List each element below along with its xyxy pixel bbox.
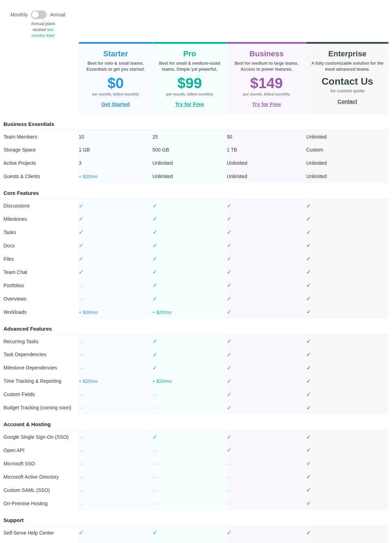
plan-header-business: Business Best for medium to large teams.… bbox=[227, 42, 306, 114]
cell-starter-1-1: ✓ bbox=[79, 212, 153, 226]
check-icon-enterprise: ✓ bbox=[306, 269, 311, 275]
check-icon-business: ✓ bbox=[227, 256, 231, 262]
check-icon-enterprise: ✓ bbox=[306, 500, 311, 506]
cell-business-4-1: ✓ bbox=[227, 539, 306, 543]
check-icon-business: ✓ bbox=[227, 269, 231, 275]
feature-label-0-1: Storage Space bbox=[4, 143, 79, 156]
feature-label-0-3: Guests & Clients bbox=[4, 170, 79, 183]
check-icon-enterprise: ✓ bbox=[306, 309, 311, 315]
feature-label-2-4: Custom Fields bbox=[4, 388, 79, 401]
cell-starter-2-5: — bbox=[79, 401, 153, 414]
cell-value-enterprise: Custom bbox=[306, 147, 323, 153]
cell-enterprise-0-3: Unlimited bbox=[306, 170, 388, 183]
check-icon-business: ✓ bbox=[227, 309, 231, 315]
plan-cta-enterprise[interactable]: Contact bbox=[338, 98, 357, 104]
cell-business-0-3: Unlimited bbox=[227, 170, 306, 183]
check-icon-enterprise: ✓ bbox=[306, 474, 311, 480]
pricing-table: Starter Best for solo & small teams. Ess… bbox=[4, 42, 388, 543]
check-icon-enterprise: ✓ bbox=[306, 352, 311, 358]
check-icon-starter: ✓ bbox=[79, 269, 83, 275]
section-header-0: Business Essentials bbox=[4, 114, 388, 130]
plan-cta-pro[interactable]: Try for Free bbox=[175, 101, 204, 107]
section-title-1: Core Features bbox=[4, 183, 79, 199]
cell-enterprise-1-1: ✓ bbox=[306, 212, 388, 226]
cell-pro-2-3: + $20/mo bbox=[153, 374, 227, 388]
feature-row-1-1: Milestones ✓ ✓ ✓ ✓ bbox=[4, 212, 388, 226]
section-title-2: Advanced Features bbox=[4, 319, 79, 335]
section-header-pro-3 bbox=[153, 414, 227, 430]
cell-business-1-7: ✓ bbox=[227, 292, 306, 305]
plan-price-sub-pro: per month, billed monthly bbox=[157, 92, 223, 96]
section-header-starter-4 bbox=[79, 510, 153, 526]
cell-enterprise-1-4: ✓ bbox=[306, 252, 388, 266]
feature-label-3-5: On-Premise Hosting bbox=[4, 497, 79, 510]
check-icon-starter: ✓ bbox=[79, 242, 83, 248]
cell-enterprise-3-5: ✓ bbox=[306, 497, 388, 510]
section-header-business-4 bbox=[227, 510, 306, 526]
empty-cell-pro: — bbox=[153, 501, 158, 506]
empty-cell-starter: — bbox=[79, 405, 84, 410]
cell-starter-1-8: + $20/mo bbox=[79, 305, 153, 319]
check-icon-business: ✓ bbox=[227, 229, 231, 235]
check-icon-enterprise: ✓ bbox=[306, 256, 311, 262]
cell-business-1-3: ✓ bbox=[227, 239, 306, 252]
cell-pro-0-3: Unlimited bbox=[153, 170, 227, 183]
check-icon-enterprise: ✓ bbox=[306, 203, 311, 209]
cell-starter-1-4: ✓ bbox=[79, 252, 153, 266]
cell-business-2-1: ✓ bbox=[227, 348, 306, 361]
plan-header-enterprise: Enterprise A fully customizable solution… bbox=[306, 42, 388, 114]
cell-enterprise-3-2: ✓ bbox=[306, 457, 388, 470]
billing-toggle[interactable] bbox=[31, 10, 47, 19]
cell-pro-3-2: — bbox=[153, 457, 227, 470]
cell-pro-1-4: ✓ bbox=[153, 252, 227, 266]
cell-enterprise-1-3: ✓ bbox=[306, 239, 388, 252]
empty-cell-pro: — bbox=[153, 392, 158, 397]
cell-pro-0-1: 500 GB bbox=[153, 143, 227, 156]
cell-starter-1-0: ✓ bbox=[79, 199, 153, 212]
cell-starter-3-1: — bbox=[79, 444, 153, 457]
feature-row-3-0: Google Single Sign-On (SSO) — ✓ ✓ ✓ bbox=[4, 430, 388, 444]
plan-cta-starter[interactable]: Get Started bbox=[102, 101, 130, 107]
cell-starter-2-3: + $20/mo bbox=[79, 374, 153, 388]
cell-value-pro: 500 GB bbox=[153, 147, 169, 153]
cell-starter-4-1: — bbox=[79, 539, 153, 543]
cell-pro-3-5: — bbox=[153, 497, 227, 510]
feature-row-3-5: On-Premise Hosting — — — ✓ bbox=[4, 497, 388, 510]
plan-price-enterprise: Contact Us bbox=[310, 76, 384, 87]
cell-starter-1-5: ✓ bbox=[79, 266, 153, 279]
plan-cta-business[interactable]: Try for Free bbox=[252, 101, 281, 107]
cell-business-2-3: ✓ bbox=[227, 374, 306, 388]
cell-pro-3-0: ✓ bbox=[153, 430, 227, 444]
monthly-label: Monthly bbox=[10, 12, 28, 17]
plan-header-row: Starter Best for solo & small teams. Ess… bbox=[4, 42, 388, 114]
feature-label-2-1: Task Dependencies bbox=[4, 348, 79, 361]
check-icon-pro: ✓ bbox=[153, 282, 157, 288]
cell-business-1-1: ✓ bbox=[227, 212, 306, 226]
section-header-1: Core Features bbox=[4, 183, 388, 199]
feature-label-3-1: Open API bbox=[4, 444, 79, 457]
cell-starter-2-1: — bbox=[79, 348, 153, 361]
cell-enterprise-1-8: ✓ bbox=[306, 305, 388, 319]
empty-cell-business: — bbox=[227, 501, 232, 506]
cell-business-1-0: ✓ bbox=[227, 199, 306, 212]
cell-enterprise-4-1: ✓ bbox=[306, 539, 388, 543]
empty-cell-starter: — bbox=[79, 283, 84, 288]
check-icon-pro: ✓ bbox=[153, 229, 157, 235]
section-header-pro-1 bbox=[153, 183, 227, 199]
section-header-enterprise-3 bbox=[306, 414, 388, 430]
plan-name-business: Business bbox=[231, 49, 302, 58]
feature-row-1-6: Portfolios — ✓ ✓ ✓ bbox=[4, 279, 388, 292]
empty-cell-starter: — bbox=[79, 434, 84, 440]
empty-cell-business: — bbox=[227, 487, 232, 493]
plan-price-sub-business: per month, billed monthly bbox=[231, 92, 302, 96]
cell-pro-0-0: 25 bbox=[153, 130, 227, 143]
cell-starter-2-0: — bbox=[79, 334, 153, 348]
feature-label-3-4: Custom SAML (SSO) bbox=[4, 484, 79, 497]
cell-business-1-2: ✓ bbox=[227, 226, 306, 239]
empty-cell-starter: — bbox=[79, 487, 84, 493]
cell-enterprise-2-5: ✓ bbox=[306, 401, 388, 414]
section-header-pro-0 bbox=[153, 114, 227, 130]
check-icon-business: ✓ bbox=[227, 282, 231, 288]
cell-enterprise-1-0: ✓ bbox=[306, 199, 388, 212]
plan-desc-starter: Best for solo & small teams. Essentials … bbox=[83, 61, 148, 72]
